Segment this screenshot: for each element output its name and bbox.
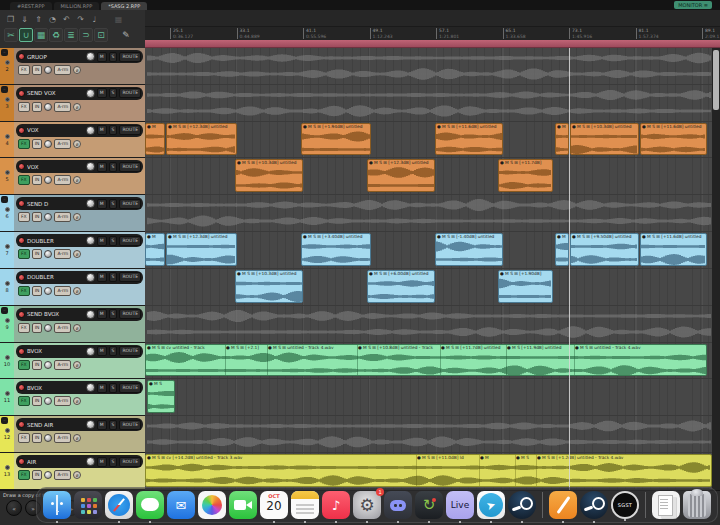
crossfade-icon[interactable]: ✂ (4, 28, 18, 42)
track-name[interactable]: BVOX (27, 348, 84, 354)
pan-knob[interactable] (86, 52, 95, 61)
pan-knob[interactable] (86, 162, 95, 171)
trash-dock-icon[interactable] (683, 491, 711, 519)
track-name[interactable]: VOX (27, 164, 84, 170)
fx-button[interactable]: FX (18, 360, 30, 370)
pan-knob[interactable] (86, 420, 95, 429)
volume-knob[interactable] (44, 287, 52, 295)
media-item-orange[interactable]: ● M S ⊞ [+12.3dB] untitled (367, 159, 435, 192)
safari-dock-icon[interactable] (105, 491, 133, 519)
mute-button[interactable]: M (97, 383, 107, 393)
route-button[interactable]: ROUTE (119, 272, 141, 282)
input-button[interactable]: IN (32, 286, 43, 296)
media-item-blue[interactable]: ● M (555, 233, 569, 266)
new-project-icon[interactable]: ❐ (4, 14, 17, 26)
media-item-orange[interactable]: ● M S ⊞ [+10.3dB] untitled (570, 123, 639, 156)
docked-toolbar-icon[interactable]: ▦ (112, 14, 125, 26)
track-panel-air[interactable]: 13AIRMSROUTEFXINA-rmø (0, 453, 145, 490)
record-arm-button[interactable] (18, 311, 25, 318)
audio-item-waveform[interactable] (147, 52, 710, 64)
steam2-dock-icon[interactable] (580, 491, 608, 519)
track-name[interactable]: DOUBLER (27, 274, 84, 280)
input-button[interactable]: IN (32, 175, 43, 185)
phase-button[interactable]: ø (73, 324, 81, 332)
folder-icon[interactable]: ◦ (1, 307, 8, 314)
route-button[interactable]: ROUTE (119, 383, 141, 393)
media-item-orange[interactable]: ● M (145, 123, 165, 156)
solo-button[interactable]: S (109, 420, 118, 430)
mute-button[interactable]: M (97, 346, 107, 356)
route-button[interactable]: ROUTE (119, 88, 141, 98)
vertical-scrollbar[interactable] (712, 48, 720, 490)
input-button[interactable]: IN (32, 396, 43, 406)
fx-button[interactable]: FX (18, 212, 30, 222)
automation-mode-button[interactable]: A-rm (54, 249, 71, 259)
media-item-orange[interactable]: ● M S ⊞ [+11.6dB] untitled (640, 123, 707, 156)
folder-icon[interactable]: ◦ (1, 417, 8, 424)
save-project-icon[interactable]: ⇑ (32, 14, 45, 26)
input-button[interactable]: IN (32, 102, 43, 112)
grouping-icon[interactable]: ≣ (64, 28, 78, 42)
solo-button[interactable]: S (109, 52, 118, 62)
telegram-dock-icon[interactable]: ➤ (477, 491, 505, 519)
record-arm-indicator[interactable] (5, 318, 10, 323)
fx-button[interactable]: FX (18, 102, 30, 112)
solo-button[interactable]: S (109, 383, 118, 393)
settings-dock-icon[interactable]: ⚙1 (353, 491, 381, 519)
mute-button[interactable]: M (97, 272, 107, 282)
track-name[interactable]: BVOX (27, 385, 84, 391)
metronome-icon[interactable]: ♩ (88, 14, 101, 26)
playhead[interactable] (569, 48, 570, 490)
media-item-yellow[interactable]: ● M S ⊞ cv [+14.2dB] untitled - Track 3.… (145, 454, 712, 487)
media-item-orange[interactable]: ● M S ⊞ [+11.7dB] (498, 159, 553, 192)
project-tab-1[interactable]: MILLION.RPP (54, 2, 100, 10)
folder-icon[interactable]: ◦ (1, 49, 8, 56)
fx-button[interactable]: FX (18, 65, 30, 75)
reaper-dock-icon[interactable]: ↻ (415, 491, 443, 519)
media-item-blue[interactable]: ● M S ⊞ [-1.40dB] untitled (435, 233, 503, 266)
phase-button[interactable]: ø (73, 434, 81, 442)
automation-mode-button[interactable]: A-rm (54, 470, 71, 480)
record-arm-button[interactable] (18, 421, 25, 428)
project-settings-icon[interactable]: ◔ (46, 14, 59, 26)
audio-item-waveform[interactable] (147, 68, 710, 80)
audio-item-waveform[interactable] (147, 199, 710, 211)
input-button[interactable]: IN (32, 470, 43, 480)
automation-mode-button[interactable]: A-rm (54, 212, 71, 222)
track-name[interactable]: VOX (27, 127, 84, 133)
route-button[interactable]: ROUTE (119, 52, 141, 62)
pan-knob[interactable] (86, 236, 95, 245)
media-item-blue[interactable]: ● M S ⊞ [+1.90dB] (498, 270, 553, 303)
track-panel-bvox[interactable]: 11BVOXMSROUTEFXINA-rmø (0, 379, 145, 416)
phase-button[interactable]: ø (73, 287, 81, 295)
notes-dock-icon[interactable] (291, 491, 319, 519)
phase-button[interactable]: ø (73, 103, 81, 111)
solo-button[interactable]: S (109, 125, 118, 135)
mute-button[interactable]: M (97, 88, 107, 98)
route-button[interactable]: ROUTE (119, 199, 141, 209)
pan-knob[interactable] (86, 347, 95, 356)
mute-button[interactable]: M (97, 457, 107, 467)
fx-button[interactable]: FX (18, 249, 30, 259)
open-project-icon[interactable]: ⇓ (18, 14, 31, 26)
project-tab-0[interactable]: #REST.RPP (10, 2, 52, 10)
track-panel-gruop[interactable]: ◦2GRUOPMSROUTEFXINA-rmø (0, 48, 145, 85)
record-arm-indicator[interactable] (5, 428, 10, 433)
track-panel-bvox[interactable]: 10BVOXMSROUTEFXINA-rmø (0, 343, 145, 380)
audio-item-waveform[interactable] (147, 326, 710, 338)
pan-knob[interactable] (86, 89, 95, 98)
solo-button[interactable]: S (109, 309, 118, 319)
phase-button[interactable]: ø (73, 176, 81, 184)
track-name[interactable]: AIR (27, 459, 84, 465)
volume-knob[interactable] (44, 361, 52, 369)
solo-button[interactable]: S (109, 88, 118, 98)
record-arm-button[interactable] (18, 127, 25, 134)
record-arm-indicator[interactable] (5, 244, 10, 249)
media-item-blue[interactable]: ● M S ⊞ [+9.50dB] untitled (570, 233, 639, 266)
automation-mode-button[interactable]: A-rm (54, 102, 71, 112)
mute-button[interactable]: M (97, 52, 107, 62)
automation-mode-button[interactable]: A-rm (54, 323, 71, 333)
record-arm-indicator[interactable] (5, 134, 10, 139)
audio-item-waveform[interactable] (147, 310, 710, 322)
fx-button[interactable]: FX (18, 175, 30, 185)
